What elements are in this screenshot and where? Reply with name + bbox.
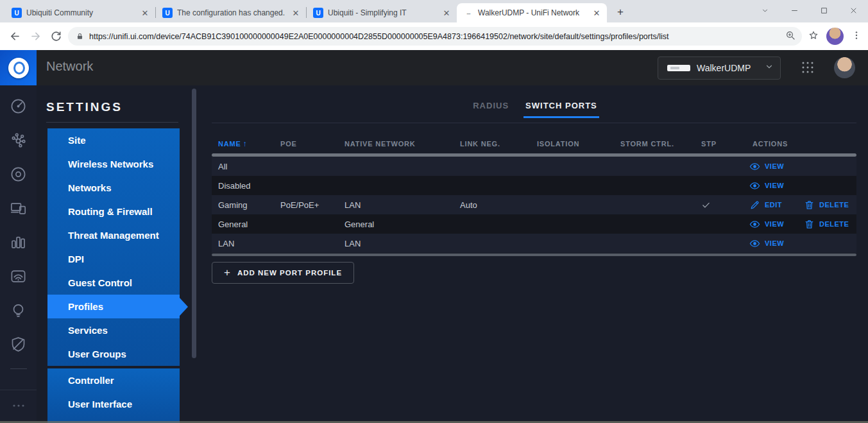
tab-switch-ports[interactable]: SWITCH PORTS bbox=[525, 101, 597, 118]
settings-panel: SETTINGS Site Wireless Networks Networks… bbox=[37, 85, 202, 423]
clients-icon[interactable] bbox=[0, 195, 37, 221]
eye-icon bbox=[749, 180, 760, 191]
browser-tab-2[interactable]: U The configuration has changed. D ✕ bbox=[156, 3, 306, 22]
sidebar-item-networks[interactable]: Networks bbox=[47, 176, 180, 200]
devices-icon[interactable] bbox=[0, 161, 37, 187]
delete-button[interactable]: DELETE bbox=[804, 200, 849, 211]
user-avatar[interactable] bbox=[834, 57, 855, 78]
table-header-row: NAME↑ POE NATIVE NETWORK LINK NEG. ISOLA… bbox=[212, 135, 856, 152]
topology-icon[interactable] bbox=[0, 127, 37, 153]
sidebar-item-user-groups[interactable]: User Groups bbox=[47, 342, 180, 366]
app-switcher-icon[interactable] bbox=[800, 60, 815, 78]
column-name[interactable]: NAME↑ bbox=[212, 139, 274, 148]
tab-search-chevron-icon[interactable] bbox=[750, 0, 779, 21]
table-row-all[interactable]: All VIEW bbox=[212, 157, 856, 176]
table-body: All VIEW Disabled bbox=[212, 157, 856, 253]
settings-divider bbox=[46, 122, 178, 123]
browser-menu-icon[interactable] bbox=[851, 30, 862, 43]
statistics-icon[interactable] bbox=[0, 229, 37, 255]
table-bottom-scrollbar[interactable] bbox=[212, 254, 856, 256]
bookmark-star-icon[interactable] bbox=[808, 30, 819, 43]
tab-radius[interactable]: RADIUS bbox=[473, 101, 509, 118]
view-button[interactable]: VIEW bbox=[749, 180, 804, 191]
content-tabs: RADIUS SWITCH PORTS bbox=[202, 101, 868, 118]
tab-close-icon[interactable]: ✕ bbox=[441, 8, 452, 18]
lock-icon[interactable] bbox=[76, 32, 84, 40]
device-name: WalkerUDMP bbox=[697, 63, 758, 73]
more-icon[interactable] bbox=[0, 398, 37, 413]
forward-icon[interactable] bbox=[27, 28, 44, 45]
sidebar-item-site[interactable]: Site bbox=[47, 128, 180, 152]
sidebar-item-profiles[interactable]: Profiles bbox=[47, 295, 180, 318]
table-row-disabled[interactable]: Disabled VIEW bbox=[212, 176, 856, 195]
view-button[interactable]: VIEW bbox=[749, 238, 804, 249]
cell-poe: PoE/PoE+ bbox=[274, 200, 338, 210]
column-storm-ctrl[interactable]: STORM CTRL. bbox=[614, 140, 695, 148]
url-text[interactable]: https://unifi.ui.com/device/74ACB91C3901… bbox=[89, 32, 780, 41]
column-poe[interactable]: POE bbox=[274, 140, 338, 148]
column-native-network[interactable]: NATIVE NETWORK bbox=[338, 140, 454, 148]
column-actions: ACTIONS bbox=[746, 140, 856, 148]
zoom-icon[interactable] bbox=[785, 30, 796, 43]
view-button[interactable]: VIEW bbox=[749, 161, 804, 172]
settings-scrollbar[interactable] bbox=[192, 89, 196, 358]
dashboard-icon[interactable] bbox=[0, 93, 37, 119]
browser-profile-avatar[interactable] bbox=[826, 28, 844, 45]
device-selector-dropdown[interactable]: WalkerUDMP bbox=[658, 56, 781, 80]
edit-button[interactable]: EDIT bbox=[749, 200, 804, 211]
tab-close-icon[interactable]: ✕ bbox=[291, 8, 301, 18]
new-tab-button[interactable]: + bbox=[612, 4, 629, 21]
ubiquiti-favicon-icon: U bbox=[313, 8, 323, 18]
maximize-button[interactable] bbox=[809, 0, 838, 21]
settings-menu-primary: Site Wireless Networks Networks Routing … bbox=[47, 128, 180, 366]
column-stp[interactable]: STP bbox=[695, 140, 746, 148]
address-bar[interactable]: https://unifi.ui.com/device/74ACB91C3901… bbox=[68, 27, 802, 46]
toolbar-right bbox=[806, 28, 862, 45]
table-row-lan[interactable]: LAN LAN VIEW bbox=[212, 234, 856, 253]
cell-native-network: LAN bbox=[338, 239, 454, 248]
close-window-button[interactable] bbox=[838, 0, 868, 21]
browser-tab-1[interactable]: U Ubiquiti Community ✕ bbox=[5, 3, 155, 22]
unifi-logo-icon[interactable] bbox=[0, 50, 37, 85]
column-link-neg[interactable]: LINK NEG. bbox=[454, 140, 531, 148]
sidebar-item-routing-firewall[interactable]: Routing & Firewall bbox=[47, 200, 180, 223]
delete-button[interactable]: DELETE bbox=[804, 219, 849, 230]
sidebar-item-services[interactable]: Services bbox=[47, 318, 180, 342]
view-button[interactable]: VIEW bbox=[749, 219, 804, 230]
tab-close-icon[interactable]: ✕ bbox=[591, 8, 602, 18]
browser-tab-3[interactable]: U Ubiquiti - Simplifying IT ✕ bbox=[307, 3, 457, 22]
cell-link-neg: Auto bbox=[454, 200, 531, 210]
trash-icon bbox=[804, 200, 815, 211]
sidebar-item-threat-management[interactable]: Threat Management bbox=[47, 223, 180, 247]
chevron-down-icon bbox=[765, 62, 774, 74]
column-isolation[interactable]: ISOLATION bbox=[531, 140, 614, 148]
sidebar-item-user-interface[interactable]: User Interface bbox=[47, 392, 180, 416]
sidebar-item-controller[interactable]: Controller bbox=[47, 368, 180, 392]
port-profiles-table: NAME↑ POE NATIVE NETWORK LINK NEG. ISOLA… bbox=[212, 135, 856, 256]
sidebar-item-guest-control[interactable]: Guest Control bbox=[47, 271, 180, 295]
minimize-button[interactable] bbox=[779, 0, 809, 21]
udm-device-image bbox=[667, 65, 690, 71]
table-row-general[interactable]: General General VIEW DELETE bbox=[212, 214, 856, 234]
table-row-gaming[interactable]: Gaming PoE/PoE+ LAN Auto EDIT DELETE bbox=[212, 195, 856, 214]
tab-close-icon[interactable]: ✕ bbox=[140, 8, 150, 18]
eye-icon bbox=[749, 238, 760, 249]
tab-title: Ubiquiti - Simplifying IT bbox=[328, 8, 437, 17]
sidebar-item-dpi[interactable]: DPI bbox=[47, 247, 180, 271]
sidebar-item-wireless-networks[interactable]: Wireless Networks bbox=[47, 152, 180, 176]
reload-icon[interactable] bbox=[47, 28, 64, 45]
loading-favicon-icon: -- bbox=[463, 8, 473, 18]
insights-icon[interactable] bbox=[0, 263, 37, 289]
pencil-icon bbox=[749, 200, 760, 211]
back-icon[interactable] bbox=[6, 28, 23, 45]
settings-title: SETTINGS bbox=[46, 100, 123, 114]
cell-name: All bbox=[212, 162, 274, 171]
cell-name: General bbox=[212, 220, 274, 229]
sidebar-rail bbox=[0, 85, 37, 423]
security-icon[interactable] bbox=[0, 331, 37, 357]
add-new-port-profile-button[interactable]: + ADD NEW PORT PROFILE bbox=[212, 262, 354, 284]
eye-icon bbox=[749, 161, 760, 172]
hotspot-icon[interactable] bbox=[0, 297, 37, 323]
cell-stp-checked bbox=[695, 200, 746, 210]
browser-tab-active[interactable]: -- WalkerUDMP - UniFi Network ✕ bbox=[457, 3, 607, 22]
